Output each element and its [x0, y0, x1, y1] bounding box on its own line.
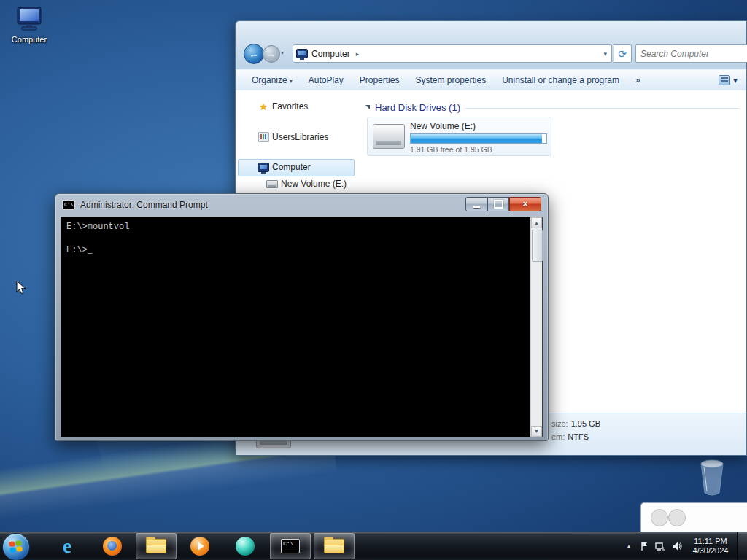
toolbar-overflow-button[interactable]: » [635, 75, 640, 85]
action-center-icon[interactable] [636, 532, 652, 560]
console-area[interactable]: E:\>mountvol E:\>_ ▲ ▼ [61, 217, 543, 438]
teal-orb-icon [236, 537, 255, 556]
internet-explorer-icon: e [63, 535, 71, 558]
cmd-window-icon: C:\ [62, 200, 75, 210]
computer-icon [258, 163, 269, 172]
console-line: E:\>mountvol [66, 221, 526, 233]
console-line [66, 233, 526, 244]
close-icon: × [522, 199, 527, 209]
change-view-icon[interactable] [719, 75, 730, 85]
taskbar-teal-app[interactable] [225, 533, 266, 559]
windows-flag-icon [9, 540, 23, 553]
back-button[interactable]: ← [244, 44, 264, 64]
recycle-bin-graphic [693, 456, 731, 499]
console-line: E:\>_ [66, 244, 526, 256]
computer-icon [296, 49, 308, 58]
window-controls: × [465, 197, 541, 211]
mouse-cursor [16, 280, 27, 295]
uninstall-program-button[interactable]: Uninstall or change a program [502, 75, 619, 85]
details-filesystem-line: em:NTFS [551, 432, 589, 441]
system-properties-button[interactable]: System properties [415, 75, 486, 85]
explorer-folder-icon [146, 539, 166, 553]
taskbar-folder[interactable] [314, 533, 355, 559]
address-bar[interactable]: Computer ▸ ▾ [293, 44, 612, 63]
show-hidden-icons-button[interactable]: ▲ [622, 543, 636, 550]
drive-name: New Volume (E:) [410, 121, 476, 131]
minimize-button[interactable] [465, 197, 487, 211]
taskbar-internet-explorer[interactable]: e [47, 533, 88, 559]
recycle-bin-icon[interactable] [690, 456, 734, 500]
clock-date: 4/30/2024 [687, 546, 734, 556]
command-prompt-icon: C:\ [281, 539, 300, 553]
autoplay-button[interactable]: AutoPlay [309, 75, 344, 85]
window-title: Administrator: Command Prompt [80, 200, 208, 210]
computer-icon [15, 6, 44, 32]
scroll-up-icon[interactable]: ▲ [531, 217, 542, 228]
clock-time: 11:11 PM [687, 537, 734, 546]
media-player-icon [190, 537, 209, 556]
firefox-icon [103, 537, 122, 556]
address-dropdown-icon[interactable]: ▾ [603, 50, 607, 58]
libraries-icon [258, 132, 269, 142]
organize-menu[interactable]: Organize▾ [252, 75, 293, 85]
properties-button[interactable]: Properties [360, 75, 400, 85]
sidebar-item-new-volume[interactable]: New Volume (E:) [266, 176, 347, 191]
drive-free-space: 1.91 GB free of 1.95 GB [410, 145, 492, 154]
start-button[interactable] [2, 533, 30, 560]
star-icon: ★ [258, 101, 269, 112]
maximize-icon [494, 200, 503, 209]
history-dropdown-icon[interactable]: ▾ [281, 50, 284, 56]
taskbar-media-player[interactable] [179, 533, 220, 559]
tray-flyout-icon-placeholder[interactable] [668, 509, 686, 526]
breadcrumb-arrow-icon[interactable]: ▸ [356, 50, 360, 58]
folder-icon [324, 539, 344, 553]
console-text: E:\>mountvol E:\>_ [61, 217, 531, 437]
forward-button[interactable]: → [263, 45, 280, 63]
breadcrumb[interactable]: Computer [311, 49, 350, 59]
volume-icon[interactable] [668, 532, 684, 560]
refresh-button[interactable]: ⟳ [614, 44, 632, 63]
taskbar: e C:\ ▲ [0, 532, 747, 560]
scroll-down-icon[interactable]: ▼ [531, 426, 542, 437]
hard-drive-icon [373, 124, 405, 149]
minimize-icon [473, 206, 480, 208]
tray-flyout-icon-placeholder[interactable] [651, 509, 668, 526]
desktop-icon-computer[interactable]: Computer [6, 6, 53, 44]
desktop: Computer ← → ▾ Computer ▸ ▾ ⟳ Organize▾ … [0, 0, 747, 560]
taskbar-clock[interactable]: 11:11 PM 4/30/2024 [687, 537, 734, 556]
capacity-fill [411, 134, 542, 143]
search-input[interactable] [636, 45, 747, 62]
sidebar-item-computer[interactable]: Computer [258, 160, 311, 174]
search-box[interactable] [635, 44, 747, 63]
tray-flyout-panel [640, 502, 747, 534]
maximize-button[interactable] [487, 197, 509, 211]
command-toolbar: Organize▾ AutoPlay Properties System pro… [236, 69, 746, 91]
network-icon[interactable] [652, 532, 668, 560]
navigation-row: ← → ▾ Computer ▸ ▾ ⟳ [236, 43, 746, 63]
system-tray: ▲ 11:11 PM [622, 532, 747, 560]
desktop-icon-label: Computer [6, 35, 53, 44]
group-header[interactable]: Hard Disk Drives (1) [365, 101, 739, 114]
show-desktop-button[interactable] [737, 532, 747, 560]
taskbar-firefox[interactable] [92, 533, 133, 559]
capacity-bar [410, 133, 547, 144]
drive-icon [266, 180, 278, 188]
drive-item-new-volume[interactable]: New Volume (E:) 1.91 GB free of 1.95 GB [367, 117, 551, 156]
taskbar-windows-explorer[interactable] [136, 533, 177, 559]
sidebar-item-libraries[interactable]: UsersLibraries [258, 130, 328, 144]
taskbar-command-prompt[interactable]: C:\ [270, 533, 311, 559]
console-scrollbar[interactable]: ▲ ▼ [530, 217, 542, 437]
group-collapse-icon[interactable] [365, 105, 370, 109]
command-prompt-window: C:\ Administrator: Command Prompt × E:\>… [55, 193, 549, 441]
chevron-down-icon: ▾ [290, 78, 293, 85]
views-chevron-icon[interactable]: ▾ [733, 75, 738, 85]
group-header-rule [465, 108, 739, 109]
details-size-line: size:1.95 GB [551, 419, 600, 428]
sidebar-item-favorites[interactable]: ★ Favorites [258, 99, 308, 114]
scrollbar-thumb[interactable] [532, 230, 543, 262]
close-button[interactable]: × [509, 197, 541, 211]
